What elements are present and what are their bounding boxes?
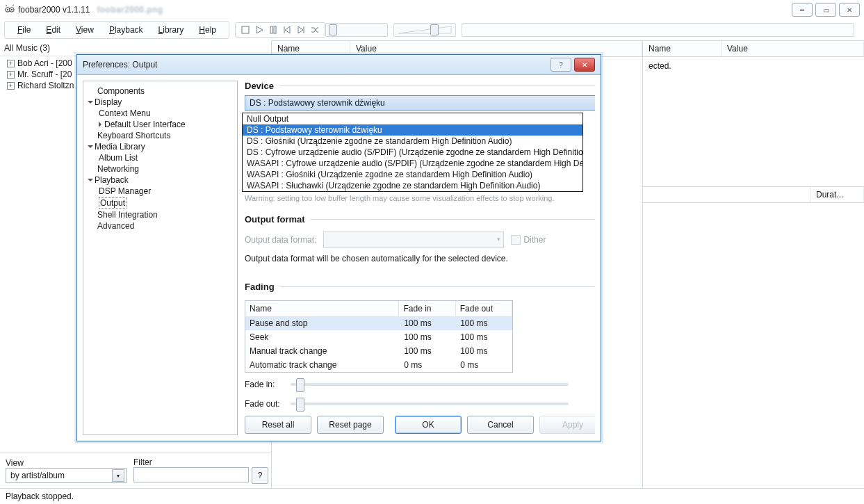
reset-all-button[interactable]: Reset all (245, 416, 311, 434)
svg-marker-10 (298, 26, 303, 33)
menu-playback[interactable]: Playback (102, 23, 150, 37)
col-duration[interactable]: Durat... (810, 187, 864, 202)
next-icon[interactable] (295, 24, 307, 35)
table-row[interactable]: Seek100 ms100 ms (245, 330, 512, 344)
maximize-button[interactable]: ▭ (815, 3, 836, 17)
tree-dui[interactable]: Default User Interface (89, 119, 231, 130)
buffer-warning: Warning: setting too low buffer length m… (245, 191, 595, 205)
view-label: View (6, 458, 127, 468)
col-fade-in[interactable]: Fade in (399, 301, 455, 316)
tree-dsp[interactable]: DSP Manager (89, 186, 231, 197)
menu-library[interactable]: Library (152, 23, 191, 37)
expand-icon[interactable] (88, 179, 93, 181)
minimize-button[interactable]: ━ (792, 3, 813, 17)
window-title-extra: foobar2000.png (97, 5, 163, 15)
tree-media-library[interactable]: Media Library (89, 141, 231, 152)
fading-table[interactable]: Name Fade in Fade out Pause and stop100 … (245, 300, 513, 373)
tree-advanced[interactable]: Advanced (89, 220, 231, 231)
cancel-button[interactable]: Cancel (467, 416, 534, 434)
filter-label: Filter (133, 457, 268, 467)
filter-input[interactable] (133, 467, 249, 482)
svg-point-3 (11, 9, 13, 10)
dialog-help-button[interactable]: ? (551, 58, 571, 72)
stop-icon[interactable] (240, 24, 251, 35)
output-format-combo: ▾ (323, 231, 504, 248)
playback-toolbar (235, 22, 325, 38)
table-row[interactable]: Pause and stop100 ms100 ms (245, 316, 512, 330)
device-option[interactable]: Null Output (243, 113, 582, 124)
expand-icon[interactable] (88, 101, 93, 104)
prev-icon[interactable] (282, 24, 293, 35)
menu-edit[interactable]: Edit (39, 23, 67, 37)
tree-keyboard[interactable]: Keyboard Shortcuts (89, 130, 231, 141)
apply-button: Apply (539, 416, 595, 434)
dialog-close-button[interactable]: ✕ (574, 58, 595, 72)
menu-view[interactable]: View (69, 23, 101, 37)
expand-icon[interactable] (88, 145, 93, 148)
menu-help[interactable]: Help (192, 23, 223, 37)
view-combo[interactable]: by artist/album ▾ (6, 468, 127, 483)
fade-out-slider[interactable] (291, 403, 569, 405)
device-option[interactable]: DS : Cyfrowe urządzenie audio (S/PDIF) (… (243, 147, 582, 158)
volume-slider[interactable] (393, 23, 456, 37)
tree-components[interactable]: Components (89, 86, 231, 97)
dialog-title-bar[interactable]: Preferences: Output ? ✕ (77, 55, 601, 75)
device-option[interactable]: DS : Głośniki (Urządzenie zgodne ze stan… (243, 136, 582, 147)
svg-marker-8 (285, 26, 290, 33)
seek-slider-small[interactable] (325, 23, 388, 37)
tree-shell[interactable]: Shell Integration (89, 209, 231, 220)
svg-marker-12 (398, 26, 451, 33)
device-combo[interactable]: DS : Podstawowy sterownik dźwięku ▼ (245, 95, 595, 111)
device-dropdown-list[interactable]: Null Output DS : Podstawowy sterownik dź… (242, 113, 583, 192)
app-logo-icon (4, 4, 15, 15)
dither-checkbox: Dither (511, 235, 546, 245)
expand-icon[interactable] (99, 122, 101, 127)
svg-point-2 (7, 9, 8, 10)
svg-rect-6 (270, 26, 272, 33)
menu-toolbar-row: File Edit View Playback Library Help (0, 19, 864, 40)
table-row[interactable]: Manual track change100 ms100 ms (245, 344, 512, 358)
device-option[interactable]: DS : Podstawowy sterownik dźwięku (243, 124, 582, 136)
expand-icon[interactable]: + (7, 71, 15, 79)
svg-marker-5 (256, 26, 263, 33)
status-bar: Playback stopped. (0, 488, 864, 504)
chevron-down-icon: ▾ (497, 236, 500, 243)
device-option[interactable]: WASAPI : Słuchawki (Urządzenie zgodne ze… (243, 180, 582, 191)
col-name[interactable]: Name (245, 301, 399, 316)
expand-icon[interactable]: + (7, 60, 15, 67)
tree-context-menu[interactable]: Context Menu (89, 108, 231, 119)
close-button[interactable]: ✕ (839, 3, 860, 17)
tree-album-list[interactable]: Album List (89, 152, 231, 163)
col-playing[interactable] (643, 187, 810, 202)
play-icon[interactable] (254, 24, 265, 35)
ok-button[interactable]: OK (395, 416, 462, 434)
col-name[interactable]: Name (643, 41, 722, 56)
svg-rect-7 (274, 26, 276, 33)
filter-help-button[interactable]: ? (252, 467, 268, 484)
tree-playback[interactable]: Playback (89, 174, 231, 186)
preferences-dialog: Preferences: Output ? ✕ Components Displ… (76, 54, 601, 441)
output-data-label: Output data format: (245, 235, 316, 245)
menu-bar: File Edit View Playback Library Help (4, 21, 229, 39)
table-row[interactable]: Automatic track change0 ms0 ms (245, 358, 512, 372)
pause-icon[interactable] (268, 24, 279, 35)
fade-in-slider[interactable] (291, 383, 569, 386)
right-body-text: ected. (643, 57, 864, 75)
seek-bar[interactable] (462, 23, 854, 37)
device-option[interactable]: WASAPI : Cyfrowe urządzenie audio (S/PDI… (243, 158, 582, 169)
title-bar: foobar2000 v1.1.11 foobar2000.png ━ ▭ ✕ (0, 0, 864, 19)
col-fade-out[interactable]: Fade out (456, 301, 512, 316)
tree-output[interactable]: Output (89, 197, 231, 209)
expand-icon[interactable]: + (7, 82, 15, 90)
tree-networking[interactable]: Networking (89, 163, 231, 174)
col-value[interactable]: Value (722, 41, 864, 56)
tree-display[interactable]: Display (89, 97, 231, 108)
menu-file[interactable]: File (10, 23, 38, 37)
random-icon[interactable] (309, 24, 320, 35)
dialog-body: Components Display Context Menu Default … (77, 75, 601, 441)
device-option[interactable]: WASAPI : Głośniki (Urządzenie zgodne ze … (243, 169, 582, 180)
preferences-tree[interactable]: Components Display Context Menu Default … (83, 81, 238, 435)
right-panel: Name Value ected. Durat... (642, 40, 864, 488)
reset-page-button[interactable]: Reset page (317, 416, 384, 434)
fade-out-label: Fade out: (245, 399, 284, 409)
